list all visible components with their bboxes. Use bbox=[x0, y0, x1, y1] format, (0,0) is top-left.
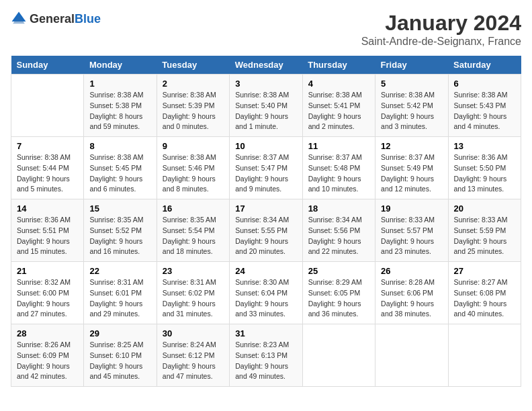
day-info: Sunrise: 8:26 AMSunset: 6:09 PMDaylight:… bbox=[17, 340, 78, 382]
calendar-cell: 3Sunrise: 8:38 AMSunset: 5:40 PMDaylight… bbox=[230, 75, 302, 137]
day-number: 28 bbox=[17, 328, 78, 338]
day-info: Sunrise: 8:35 AMSunset: 5:52 PMDaylight:… bbox=[89, 215, 150, 257]
day-number: 11 bbox=[308, 141, 369, 151]
day-info: Sunrise: 8:23 AMSunset: 6:13 PMDaylight:… bbox=[235, 340, 296, 382]
calendar-cell: 28Sunrise: 8:26 AMSunset: 6:09 PMDayligh… bbox=[11, 324, 84, 387]
day-info: Sunrise: 8:36 AMSunset: 5:50 PMDaylight:… bbox=[454, 152, 515, 195]
calendar-cell: 20Sunrise: 8:33 AMSunset: 5:59 PMDayligh… bbox=[448, 199, 521, 262]
day-number: 19 bbox=[381, 203, 442, 214]
day-info: Sunrise: 8:25 AMSunset: 6:10 PMDaylight:… bbox=[89, 340, 150, 382]
calendar-cell bbox=[11, 75, 84, 137]
calendar-table: SundayMondayTuesdayWednesdayThursdayFrid… bbox=[11, 56, 521, 387]
calendar-cell: 7Sunrise: 8:38 AMSunset: 5:44 PMDaylight… bbox=[11, 137, 84, 199]
calendar-cell: 22Sunrise: 8:31 AMSunset: 6:01 PMDayligh… bbox=[84, 262, 157, 324]
calendar-cell: 23Sunrise: 8:31 AMSunset: 6:02 PMDayligh… bbox=[157, 262, 229, 324]
day-number: 1 bbox=[89, 79, 150, 89]
day-info: Sunrise: 8:38 AMSunset: 5:45 PMDaylight:… bbox=[89, 152, 150, 195]
day-info: Sunrise: 8:38 AMSunset: 5:39 PMDaylight:… bbox=[163, 90, 224, 132]
day-info: Sunrise: 8:38 AMSunset: 5:40 PMDaylight:… bbox=[235, 90, 296, 132]
day-info: Sunrise: 8:37 AMSunset: 5:49 PMDaylight:… bbox=[381, 152, 442, 195]
day-info: Sunrise: 8:34 AMSunset: 5:56 PMDaylight:… bbox=[308, 215, 369, 257]
day-info: Sunrise: 8:36 AMSunset: 5:51 PMDaylight:… bbox=[17, 215, 78, 257]
day-number: 18 bbox=[308, 203, 369, 214]
logo-general: General bbox=[30, 12, 75, 26]
day-number: 29 bbox=[89, 328, 150, 338]
calendar-cell: 10Sunrise: 8:37 AMSunset: 5:47 PMDayligh… bbox=[230, 137, 302, 199]
calendar-cell: 31Sunrise: 8:23 AMSunset: 6:13 PMDayligh… bbox=[230, 324, 302, 387]
day-info: Sunrise: 8:38 AMSunset: 5:42 PMDaylight:… bbox=[381, 90, 442, 132]
day-number: 31 bbox=[235, 328, 296, 338]
calendar-cell: 19Sunrise: 8:33 AMSunset: 5:57 PMDayligh… bbox=[375, 199, 448, 262]
header-row: SundayMondayTuesdayWednesdayThursdayFrid… bbox=[11, 56, 521, 75]
day-number: 26 bbox=[381, 266, 442, 276]
day-info: Sunrise: 8:38 AMSunset: 5:44 PMDaylight:… bbox=[17, 152, 78, 195]
calendar-cell: 15Sunrise: 8:35 AMSunset: 5:52 PMDayligh… bbox=[84, 199, 157, 262]
week-row-2: 14Sunrise: 8:36 AMSunset: 5:51 PMDayligh… bbox=[11, 199, 521, 262]
calendar-cell: 13Sunrise: 8:36 AMSunset: 5:50 PMDayligh… bbox=[448, 137, 521, 199]
calendar-cell: 11Sunrise: 8:37 AMSunset: 5:48 PMDayligh… bbox=[302, 137, 375, 199]
logo: GeneralBlue bbox=[11, 11, 101, 27]
day-number: 20 bbox=[454, 203, 515, 214]
calendar-cell bbox=[302, 324, 375, 387]
calendar-cell bbox=[375, 324, 448, 387]
day-info: Sunrise: 8:30 AMSunset: 6:04 PMDaylight:… bbox=[235, 277, 296, 320]
day-info: Sunrise: 8:37 AMSunset: 5:47 PMDaylight:… bbox=[235, 152, 296, 195]
week-row-0: 1Sunrise: 8:38 AMSunset: 5:38 PMDaylight… bbox=[11, 75, 521, 137]
day-info: Sunrise: 8:38 AMSunset: 5:41 PMDaylight:… bbox=[308, 90, 369, 132]
day-info: Sunrise: 8:38 AMSunset: 5:46 PMDaylight:… bbox=[163, 152, 224, 195]
day-info: Sunrise: 8:35 AMSunset: 5:54 PMDaylight:… bbox=[163, 215, 224, 257]
calendar-cell: 26Sunrise: 8:28 AMSunset: 6:06 PMDayligh… bbox=[375, 262, 448, 324]
day-number: 7 bbox=[17, 141, 78, 151]
calendar-cell: 29Sunrise: 8:25 AMSunset: 6:10 PMDayligh… bbox=[84, 324, 157, 387]
header-day-friday: Friday bbox=[375, 56, 448, 75]
day-info: Sunrise: 8:27 AMSunset: 6:08 PMDaylight:… bbox=[454, 277, 515, 320]
day-number: 23 bbox=[163, 266, 224, 276]
day-number: 12 bbox=[381, 141, 442, 151]
calendar-cell: 27Sunrise: 8:27 AMSunset: 6:08 PMDayligh… bbox=[448, 262, 521, 324]
day-info: Sunrise: 8:31 AMSunset: 6:01 PMDaylight:… bbox=[89, 277, 150, 320]
day-info: Sunrise: 8:28 AMSunset: 6:06 PMDaylight:… bbox=[381, 277, 442, 320]
header-day-saturday: Saturday bbox=[448, 56, 521, 75]
calendar-cell: 6Sunrise: 8:38 AMSunset: 5:43 PMDaylight… bbox=[448, 75, 521, 137]
calendar-cell: 18Sunrise: 8:34 AMSunset: 5:56 PMDayligh… bbox=[302, 199, 375, 262]
calendar-cell: 4Sunrise: 8:38 AMSunset: 5:41 PMDaylight… bbox=[302, 75, 375, 137]
day-number: 16 bbox=[163, 203, 224, 214]
day-number: 9 bbox=[163, 141, 224, 151]
day-info: Sunrise: 8:37 AMSunset: 5:48 PMDaylight:… bbox=[308, 152, 369, 195]
calendar-cell: 5Sunrise: 8:38 AMSunset: 5:42 PMDaylight… bbox=[375, 75, 448, 137]
day-number: 15 bbox=[89, 203, 150, 214]
day-number: 2 bbox=[163, 79, 224, 89]
day-number: 5 bbox=[381, 79, 442, 89]
title-area: January 2024 Saint-Andre-de-Seignanx, Fr… bbox=[361, 11, 521, 48]
calendar-cell: 17Sunrise: 8:34 AMSunset: 5:55 PMDayligh… bbox=[230, 199, 302, 262]
day-info: Sunrise: 8:38 AMSunset: 5:38 PMDaylight:… bbox=[89, 90, 150, 132]
day-info: Sunrise: 8:31 AMSunset: 6:02 PMDaylight:… bbox=[163, 277, 224, 320]
calendar-cell: 24Sunrise: 8:30 AMSunset: 6:04 PMDayligh… bbox=[230, 262, 302, 324]
day-info: Sunrise: 8:29 AMSunset: 6:05 PMDaylight:… bbox=[308, 277, 369, 320]
day-number: 10 bbox=[235, 141, 296, 151]
week-row-3: 21Sunrise: 8:32 AMSunset: 6:00 PMDayligh… bbox=[11, 262, 521, 324]
calendar-cell: 30Sunrise: 8:24 AMSunset: 6:12 PMDayligh… bbox=[157, 324, 229, 387]
day-info: Sunrise: 8:33 AMSunset: 5:59 PMDaylight:… bbox=[454, 215, 515, 257]
week-row-1: 7Sunrise: 8:38 AMSunset: 5:44 PMDaylight… bbox=[11, 137, 521, 199]
day-number: 24 bbox=[235, 266, 296, 276]
day-number: 27 bbox=[454, 266, 515, 276]
header-day-monday: Monday bbox=[84, 56, 157, 75]
calendar-cell: 9Sunrise: 8:38 AMSunset: 5:46 PMDaylight… bbox=[157, 137, 229, 199]
day-number: 3 bbox=[235, 79, 296, 89]
day-number: 13 bbox=[454, 141, 515, 151]
day-info: Sunrise: 8:32 AMSunset: 6:00 PMDaylight:… bbox=[17, 277, 78, 320]
header-day-wednesday: Wednesday bbox=[230, 56, 302, 75]
day-info: Sunrise: 8:34 AMSunset: 5:55 PMDaylight:… bbox=[235, 215, 296, 257]
calendar-cell: 12Sunrise: 8:37 AMSunset: 5:49 PMDayligh… bbox=[375, 137, 448, 199]
day-number: 14 bbox=[17, 203, 78, 214]
day-info: Sunrise: 8:33 AMSunset: 5:57 PMDaylight:… bbox=[381, 215, 442, 257]
calendar-cell: 21Sunrise: 8:32 AMSunset: 6:00 PMDayligh… bbox=[11, 262, 84, 324]
header-day-thursday: Thursday bbox=[302, 56, 375, 75]
logo-blue: Blue bbox=[75, 12, 101, 26]
day-info: Sunrise: 8:38 AMSunset: 5:43 PMDaylight:… bbox=[454, 90, 515, 132]
day-number: 30 bbox=[163, 328, 224, 338]
day-number: 21 bbox=[17, 266, 78, 276]
logo-icon bbox=[11, 11, 27, 27]
calendar-cell: 1Sunrise: 8:38 AMSunset: 5:38 PMDaylight… bbox=[84, 75, 157, 137]
